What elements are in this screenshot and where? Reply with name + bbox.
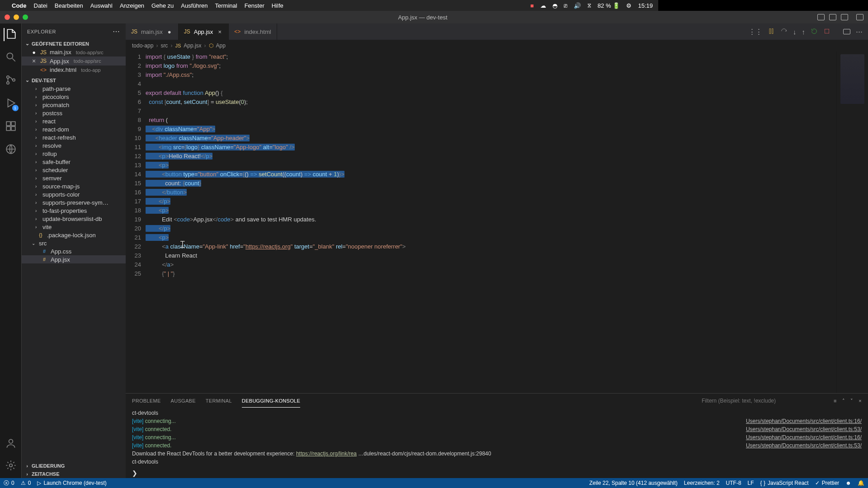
menu-item[interactable]: Fenster [245,2,264,9]
section-project[interactable]: ⌄DEV-TEST [22,76,126,84]
svg-point-2 [6,82,9,84]
tree-file[interactable]: #App.jsx [22,255,126,263]
menu-item[interactable]: Anzeigen [120,2,144,9]
status-battery[interactable]: 82 % 🔋 [598,2,620,9]
window-title: App.jsx — dev-test [28,14,658,21]
svg-point-3 [12,79,14,81]
status-docker-icon[interactable]: ◓ [552,2,557,9]
explorer-title: EXPLORER [27,29,56,34]
status-time: 15:19 [638,2,653,9]
editor-tabs: JSmain.jsx● JSApp.jsx× <>index.html ⋮⋮ ↓… [126,23,658,40]
tree-folder[interactable]: ›update-browserslist-db [22,215,126,223]
tree-folder-src[interactable]: ⌄src [22,239,126,247]
code-editor[interactable]: 1234567891011121314151617181920212223242… [126,52,658,369]
svg-rect-5 [11,122,15,126]
tree-folder[interactable]: ›semver [22,174,126,182]
line-gutter: 1234567891011121314151617181920212223242… [126,52,146,369]
menu-app[interactable]: Code [12,2,27,9]
text-cursor-icon: 𝙸 [179,239,186,250]
activity-bar: 1 [0,23,22,369]
macos-menubar: Code Datei Bearbeiten Auswahl Anzeigen G… [0,0,658,11]
tab-index[interactable]: <>index.html [229,23,277,40]
open-editor-item[interactable]: ×JS App.jsx todo-app/src [22,56,126,66]
svg-rect-7 [11,127,15,131]
tree-folder[interactable]: ›supports-preserve-sym… [22,198,126,206]
tree-folder[interactable]: ›source-map-js [22,182,126,190]
zoom-window-button[interactable] [23,14,28,20]
tree-folder[interactable]: ›to-fast-properties [22,206,126,215]
svg-point-0 [7,53,13,59]
close-icon[interactable]: × [217,28,223,35]
tree-folder[interactable]: ›path-parse [22,84,126,93]
window-titlebar: App.jsx — dev-test [0,11,658,23]
open-editor-item[interactable]: <> index.html todo-app [22,66,126,74]
activity-scm-icon[interactable] [5,74,17,87]
tree-folder[interactable]: ›postcss [22,109,126,117]
tab-main[interactable]: JSmain.jsx● [126,23,179,40]
open-editor-item[interactable]: ●JS main.jsx todo-app/src [22,48,126,56]
activity-explorer-icon[interactable] [4,28,17,41]
tree-folder[interactable]: ›scheduler [22,166,126,174]
minimize-window-button[interactable] [14,14,19,20]
menu-item[interactable]: Ausführen [181,2,208,9]
tree-folder[interactable]: ›picocolors [22,93,126,101]
close-icon[interactable]: × [31,57,37,65]
tree-folder[interactable]: ›picomatch [22,101,126,109]
explorer-sidebar: EXPLORER ⋯ ⌄GEÖFFNETE EDITOREN ●JS main.… [22,23,126,369]
tree-folder[interactable]: ›resolve [22,141,126,150]
tree-folder[interactable]: ›react [22,117,126,125]
status-display-icon[interactable]: ⎚ [564,2,567,9]
status-record-icon[interactable]: ■ [530,2,534,9]
section-open-editors[interactable]: ⌄GEÖFFNETE EDITOREN [22,39,126,48]
status-cloud-icon[interactable]: ☁︎ [540,2,546,9]
svg-point-1 [6,76,9,78]
status-wifi-icon[interactable]: ⧖ [587,2,591,9]
menu-item[interactable]: Bearbeiten [55,2,83,9]
tree-folder[interactable]: ›supports-color [22,190,126,198]
menu-item[interactable]: Hilfe [272,2,283,9]
menu-item[interactable]: Datei [34,2,47,9]
status-volume-icon[interactable]: 🔊 [574,2,581,9]
tree-folder[interactable]: ›react-dom [22,125,126,133]
activity-debug-icon[interactable]: 1 [5,97,17,110]
traffic-lights [5,14,28,20]
tree-folder[interactable]: ›vite [22,223,126,231]
activity-extensions-icon[interactable] [5,120,17,133]
explorer-more-icon[interactable]: ⋯ [113,27,120,36]
tab-app[interactable]: JSApp.jsx× [179,23,229,40]
menu-item[interactable]: Gehe zu [151,2,174,9]
breadcrumb[interactable]: todo-app› src› JSApp.jsx› ⬡App [126,40,658,52]
menu-item[interactable]: Terminal [215,2,237,9]
tree-folder[interactable]: ›safe-buffer [22,158,126,166]
tree-file[interactable]: {}.package-lock.json [22,231,126,239]
svg-rect-6 [6,127,10,131]
status-control-icon[interactable]: ⚙︎ [626,2,632,9]
activity-search-icon[interactable] [5,51,17,64]
svg-rect-4 [6,122,10,126]
menu-item[interactable]: Auswahl [90,2,113,9]
close-window-button[interactable] [5,14,10,20]
tree-folder[interactable]: ›react-refresh [22,133,126,141]
tree-file[interactable]: #App.css [22,247,126,255]
tree-folder[interactable]: ›rollup [22,150,126,158]
activity-remote-icon[interactable] [5,143,17,156]
